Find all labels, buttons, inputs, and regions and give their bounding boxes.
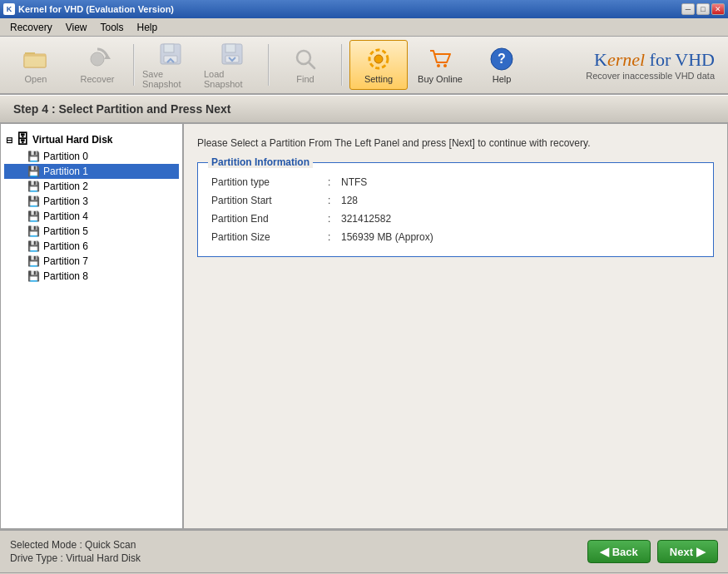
drive-type-line: Drive Type : Virtual Hard Disk — [10, 552, 141, 564]
load-snapshot-label: Load Snapshot — [204, 69, 260, 89]
partition-end-value: 321412582 — [341, 213, 391, 225]
menu-recovery[interactable]: Recovery — [3, 20, 59, 35]
menu-view[interactable]: View — [59, 20, 94, 35]
partition-2-item[interactable]: 💾 Partition 2 — [4, 179, 179, 194]
partition-2-label: Partition 2 — [43, 181, 88, 192]
next-arrow-icon: ▶ — [696, 545, 706, 558]
help-button[interactable]: ? Help — [473, 40, 531, 90]
partition-end-row: Partition End : 321412582 — [211, 210, 700, 228]
next-button[interactable]: Next ▶ — [657, 540, 718, 563]
selected-mode-value: Quick Scan — [85, 539, 136, 551]
load-snapshot-icon — [219, 41, 245, 67]
setting-button[interactable]: Setting — [349, 40, 408, 90]
close-button[interactable]: ✕ — [711, 3, 725, 15]
load-snapshot-button[interactable]: Load Snapshot — [203, 40, 261, 90]
separator-3 — [341, 44, 343, 86]
partition-7-label: Partition 7 — [43, 255, 88, 267]
partition-4-label: Partition 4 — [43, 210, 88, 222]
partition-start-row: Partition Start : 128 — [211, 191, 700, 210]
partition-8-item[interactable]: 💾 Partition 8 — [4, 269, 179, 284]
partition-info-title: Partition Information — [208, 156, 313, 168]
partition-1-label: Partition 1 — [43, 166, 88, 177]
open-icon — [22, 46, 49, 72]
partition-1-item[interactable]: 💾 Partition 1 — [4, 164, 179, 179]
content-panel: Please Select a Partition From The Left … — [184, 124, 727, 528]
save-snapshot-label: Save Snapshot — [142, 69, 199, 89]
partition-3-item[interactable]: 💾 Partition 3 — [4, 194, 179, 209]
step-header: Step 4 : Select Partition and Press Next — [0, 95, 728, 123]
drive-type-label: Drive Type — [10, 552, 57, 564]
separator-1 — [133, 44, 135, 86]
buy-online-label: Buy Online — [418, 74, 463, 84]
cart-icon — [427, 46, 453, 72]
back-arrow-icon: ◀ — [600, 545, 609, 558]
partition-8-icon: 💾 — [27, 270, 40, 282]
logo-text: Kernel for VHD — [594, 49, 715, 71]
setting-icon — [365, 46, 392, 72]
help-label: Help — [493, 74, 512, 84]
partition-6-icon: 💾 — [27, 240, 40, 252]
partition-5-icon: 💾 — [27, 225, 40, 237]
svg-rect-9 — [225, 44, 235, 52]
find-label: Find — [296, 74, 314, 84]
partition-6-item[interactable]: 💾 Partition 6 — [4, 239, 179, 254]
partition-3-icon: 💾 — [27, 195, 40, 207]
svg-point-15 — [437, 64, 440, 67]
tree-root-label: Virtual Hard Disk — [32, 134, 112, 146]
toolbar: Open Recover Save Snapshot — [0, 37, 728, 95]
maximize-button[interactable]: □ — [696, 3, 710, 15]
tree-root[interactable]: ⊟ 🗄 Virtual Hard Disk — [4, 131, 179, 149]
partition-0-item[interactable]: 💾 Partition 0 — [4, 149, 179, 164]
back-button[interactable]: ◀ Back — [587, 540, 651, 563]
status-right: ◀ Back Next ▶ — [587, 540, 718, 563]
recover-button[interactable]: Recover — [68, 40, 126, 90]
open-button[interactable]: Open — [7, 40, 65, 90]
partition-6-label: Partition 6 — [43, 240, 88, 252]
minimize-button[interactable]: ─ — [681, 3, 695, 15]
svg-point-16 — [443, 64, 447, 67]
partition-7-item[interactable]: 💾 Partition 7 — [4, 254, 179, 269]
title-bar-left: K Kernel for VHD (Evaluation Version) — [3, 3, 174, 15]
collapse-icon: ⊟ — [6, 136, 12, 145]
partition-5-item[interactable]: 💾 Partition 5 — [4, 224, 179, 239]
title-bar: K Kernel for VHD (Evaluation Version) ─ … — [0, 0, 728, 18]
status-left: Selected Mode : Quick Scan Drive Type : … — [10, 539, 141, 564]
partition-7-icon: 💾 — [27, 255, 40, 267]
setting-label: Setting — [364, 74, 393, 84]
partition-5-label: Partition 5 — [43, 225, 88, 237]
drive-type-colon-char: : — [60, 552, 62, 564]
partition-size-colon: : — [328, 231, 341, 243]
svg-line-12 — [309, 62, 314, 68]
partition-start-colon: : — [328, 195, 341, 206]
save-snapshot-button[interactable]: Save Snapshot — [141, 40, 200, 90]
partition-3-label: Partition 3 — [43, 195, 88, 207]
menu-help[interactable]: Help — [131, 20, 165, 35]
menu-tools[interactable]: Tools — [93, 20, 130, 35]
logo-subtext: Recover inaccessible VHD data — [586, 71, 715, 81]
partition-type-colon: : — [328, 176, 341, 188]
logo-area: Kernel for VHD Recover inaccessible VHD … — [586, 49, 721, 81]
partition-info-box: Partition Information Partition type : N… — [197, 162, 714, 257]
partition-start-label: Partition Start — [211, 195, 328, 206]
partition-type-label: Partition type — [211, 176, 328, 188]
partition-4-icon: 💾 — [27, 210, 40, 222]
recover-icon — [84, 46, 111, 72]
partition-0-label: Partition 0 — [43, 151, 88, 162]
partition-4-item[interactable]: 💾 Partition 4 — [4, 209, 179, 224]
recover-label: Recover — [81, 74, 115, 84]
find-button[interactable]: Find — [276, 40, 334, 90]
back-label: Back — [612, 546, 638, 558]
app-icon: K — [3, 3, 15, 15]
next-label: Next — [670, 546, 693, 558]
partition-type-value: NTFS — [341, 176, 367, 188]
main-area: ⊟ 🗄 Virtual Hard Disk 💾 Partition 0 💾 Pa… — [0, 123, 728, 529]
partition-0-icon: 💾 — [27, 151, 40, 162]
buy-online-button[interactable]: Buy Online — [411, 40, 469, 90]
separator-2 — [268, 44, 270, 86]
partition-type-row: Partition type : NTFS — [211, 173, 700, 191]
partition-1-icon: 💾 — [27, 166, 40, 177]
title-bar-buttons: ─ □ ✕ — [681, 3, 725, 15]
partition-2-icon: 💾 — [27, 181, 40, 192]
status-bar: Selected Mode : Quick Scan Drive Type : … — [0, 529, 728, 572]
partition-size-row: Partition Size : 156939 MB (Approx) — [211, 228, 700, 246]
